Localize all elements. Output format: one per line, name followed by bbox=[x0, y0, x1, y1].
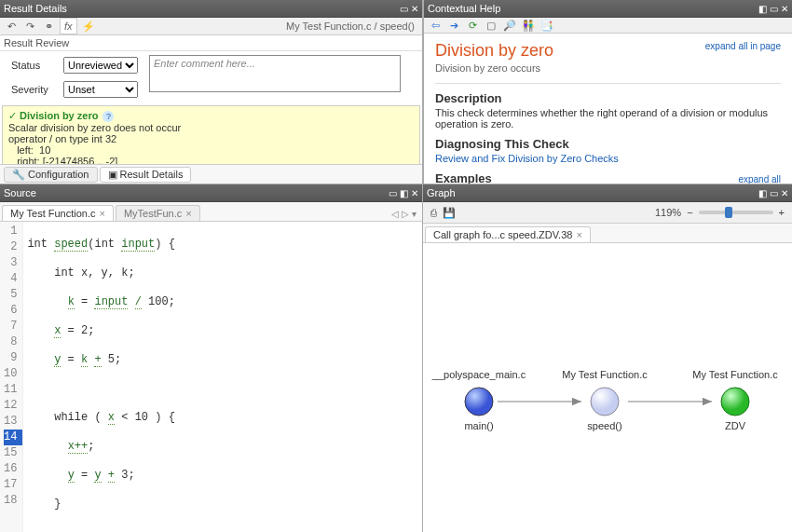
result-details-titlebar: Result Details ▭ ✕ bbox=[0, 0, 422, 18]
result-bottom-tabs: 🔧 Configuration ▣ Result Details bbox=[0, 164, 422, 184]
breadcrumb: My Test Function.c / speed() bbox=[286, 20, 418, 32]
result-details-panel: Result Details ▭ ✕ ↶ ↷ ⚭ fx ⚡ My Test Fu… bbox=[0, 0, 423, 184]
bolt-icon[interactable]: ⚡ bbox=[81, 19, 96, 34]
expand-all-link[interactable]: expand all bbox=[738, 174, 781, 184]
forward-icon[interactable]: ➔ bbox=[446, 18, 461, 33]
save-icon[interactable]: 💾 bbox=[443, 207, 456, 219]
tab-mytestfun[interactable]: MyTestFun.c × bbox=[116, 205, 200, 221]
svg-text:main(): main() bbox=[464, 420, 493, 431]
graph-node-speed[interactable] bbox=[591, 388, 619, 416]
panel-title: Result Details bbox=[4, 0, 67, 17]
tab-label: MyTestFun.c bbox=[124, 208, 182, 219]
fx-box[interactable]: fx bbox=[60, 18, 77, 34]
dock-icon[interactable]: ◧ ▭ ✕ bbox=[758, 188, 788, 198]
home-icon[interactable]: 👫 bbox=[521, 18, 536, 33]
svg-text:ZDV: ZDV bbox=[725, 420, 746, 431]
status-select[interactable]: Unreviewed bbox=[63, 57, 138, 74]
code-editor[interactable]: 123456789101112131415161718 int speed(in… bbox=[0, 222, 422, 532]
check-line: Scalar division by zero does not occur bbox=[8, 122, 414, 133]
status-label: Status bbox=[11, 60, 58, 71]
severity-select[interactable]: Unset bbox=[63, 81, 138, 98]
zoom-label: 119% bbox=[655, 207, 681, 218]
svg-text:My Test Function.c: My Test Function.c bbox=[562, 369, 648, 380]
panel-title: Contextual Help bbox=[428, 0, 500, 17]
diagnosing-heading: Diagnosing This Check bbox=[435, 137, 781, 151]
check-left: left: 10 bbox=[8, 144, 414, 156]
help-icon[interactable]: ? bbox=[102, 111, 114, 122]
comment-input[interactable]: Enter comment here... bbox=[149, 55, 401, 92]
nav-fwd-icon[interactable]: ↷ bbox=[22, 19, 37, 34]
pin-icon[interactable]: ▭ ✕ bbox=[400, 4, 418, 14]
zoom-in-icon[interactable]: + bbox=[779, 207, 785, 218]
dock-icon[interactable]: ▭ ◧ ✕ bbox=[389, 188, 418, 198]
zoom-slider[interactable] bbox=[699, 211, 773, 214]
expand-all-page-link[interactable]: expand all in page bbox=[705, 41, 781, 51]
source-panel: Source ▭ ◧ ✕ My Test Function.c × MyTest… bbox=[0, 184, 423, 532]
help-body: expand all in page Division by zero Divi… bbox=[424, 34, 792, 184]
extra-icon[interactable]: 📑 bbox=[539, 18, 554, 33]
graph-node-zdv[interactable] bbox=[721, 388, 749, 416]
result-details-toolbar: ↶ ↷ ⚭ fx ⚡ My Test Function.c / speed() bbox=[0, 18, 422, 35]
graph-tabs: Call graph fo...c speed.ZDV.38 × bbox=[423, 224, 792, 243]
tab-label: Call graph fo...c speed.ZDV.38 bbox=[433, 229, 572, 240]
description-text: This check determines whether the right … bbox=[435, 107, 781, 130]
graph-canvas[interactable]: __polyspace_main.c main() My Test Functi… bbox=[423, 243, 792, 532]
check-title: Division by zero bbox=[20, 110, 98, 121]
panel-title: Graph bbox=[427, 184, 456, 201]
code-body: int speed(int input) { int x, y, k; k = … bbox=[23, 222, 212, 532]
close-icon[interactable]: × bbox=[185, 208, 191, 219]
graph-toolbar: ⎙ 💾 119% − + bbox=[423, 202, 792, 224]
help-subtitle: Division by zero occurs bbox=[435, 62, 781, 74]
close-icon[interactable]: × bbox=[100, 208, 105, 219]
source-tabs: My Test Function.c × MyTestFun.c × ◁ ▷ ▾ bbox=[0, 202, 422, 222]
tab-configuration[interactable]: 🔧 Configuration bbox=[4, 167, 98, 183]
newpage-icon[interactable]: ▢ bbox=[484, 18, 498, 33]
examples-heading: Examples bbox=[435, 171, 492, 184]
tab-result-details[interactable]: ▣ Result Details bbox=[100, 167, 192, 183]
tab-mytestfunction[interactable]: My Test Function.c × bbox=[2, 205, 114, 221]
description-heading: Description bbox=[435, 91, 781, 105]
diagnosing-link[interactable]: Review and Fix Division by Zero Checks bbox=[435, 153, 781, 164]
tab-callgraph[interactable]: Call graph fo...c speed.ZDV.38 × bbox=[425, 226, 591, 242]
panel-title: Source bbox=[4, 184, 36, 201]
check-line: operator / on type int 32 bbox=[8, 133, 414, 144]
tab-nav-icons[interactable]: ◁ ▷ ▾ bbox=[386, 207, 422, 221]
back-icon[interactable]: ⇦ bbox=[428, 18, 443, 33]
line-gutter: 123456789101112131415161718 bbox=[0, 222, 23, 532]
help-toolbar: ⇦ ➔ ⟳ ▢ 🔎 👫 📑 bbox=[424, 18, 792, 34]
dock-icon[interactable]: ◧ ▭ ✕ bbox=[758, 4, 788, 14]
svg-text:My Test Function.c: My Test Function.c bbox=[692, 369, 778, 380]
reload-icon[interactable]: ⟳ bbox=[465, 18, 480, 33]
graph-node-main[interactable] bbox=[465, 388, 493, 416]
chain-icon[interactable]: ⚭ bbox=[41, 19, 56, 34]
nav-back-icon[interactable]: ↶ bbox=[4, 19, 19, 34]
print-icon[interactable]: ⎙ bbox=[430, 207, 437, 219]
graph-titlebar: Graph ◧ ▭ ✕ bbox=[423, 184, 792, 202]
tab-label: My Test Function.c bbox=[10, 208, 96, 219]
check-tick-icon: ✓ bbox=[8, 110, 17, 121]
close-icon[interactable]: × bbox=[576, 229, 581, 240]
node1-top-label: __polyspace_main.c bbox=[431, 369, 526, 380]
help-titlebar: Contextual Help ◧ ▭ ✕ bbox=[424, 0, 792, 18]
zoom-out-icon[interactable]: − bbox=[687, 207, 692, 218]
contextual-help-panel: Contextual Help ◧ ▭ ✕ ⇦ ➔ ⟳ ▢ 🔎 👫 📑 expa… bbox=[423, 0, 792, 184]
review-header: Result Review bbox=[0, 35, 422, 51]
svg-text:speed(): speed() bbox=[587, 420, 621, 431]
graph-panel: Graph ◧ ▭ ✕ ⎙ 💾 119% − + Call graph fo..… bbox=[423, 184, 792, 532]
severity-label: Severity bbox=[11, 84, 58, 95]
find-icon[interactable]: 🔎 bbox=[502, 18, 517, 33]
source-titlebar: Source ▭ ◧ ✕ bbox=[0, 184, 422, 202]
